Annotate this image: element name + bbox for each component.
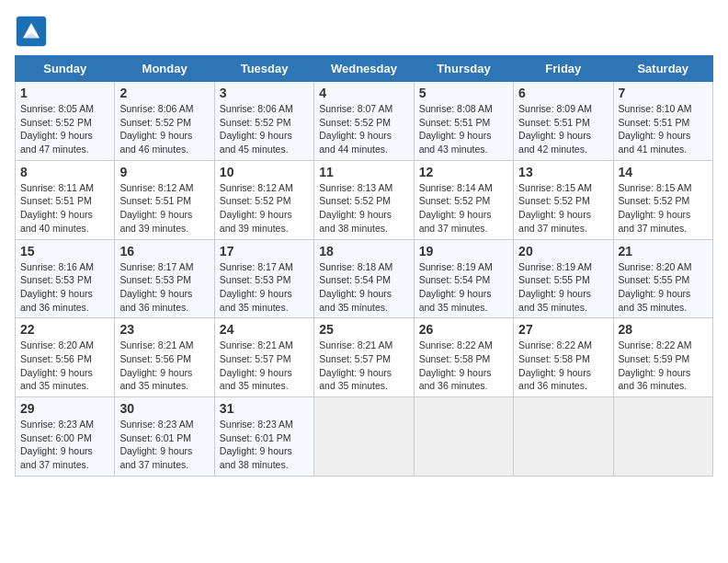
day-detail: Sunrise: 8:21 AMSunset: 5:57 PMDaylight:…	[220, 339, 293, 391]
day-detail: Sunrise: 8:21 AMSunset: 5:57 PMDaylight:…	[319, 339, 392, 391]
day-number: 26	[419, 322, 508, 337]
day-detail: Sunrise: 8:16 AMSunset: 5:53 PMDaylight:…	[20, 261, 94, 313]
day-number: 24	[220, 322, 309, 337]
day-number: 7	[619, 86, 708, 100]
day-number: 20	[518, 244, 608, 259]
day-number: 17	[220, 244, 309, 259]
calendar-cell	[514, 397, 613, 477]
day-detail: Sunrise: 8:20 AMSunset: 5:56 PMDaylight:…	[20, 339, 94, 391]
day-number: 25	[319, 322, 408, 337]
calendar-cell: 12 Sunrise: 8:14 AMSunset: 5:52 PMDaylig…	[414, 160, 513, 239]
calendar-cell: 24 Sunrise: 8:21 AMSunset: 5:57 PMDaylig…	[214, 318, 313, 397]
day-number: 1	[20, 86, 109, 100]
calendar-cell: 25 Sunrise: 8:21 AMSunset: 5:57 PMDaylig…	[314, 318, 414, 397]
day-number: 21	[619, 244, 708, 259]
day-number: 30	[119, 401, 209, 416]
day-number: 28	[619, 322, 708, 337]
calendar-cell: 16 Sunrise: 8:17 AMSunset: 5:53 PMDaylig…	[115, 239, 214, 318]
calendar-cell: 14 Sunrise: 8:15 AMSunset: 5:52 PMDaylig…	[613, 160, 712, 239]
day-detail: Sunrise: 8:23 AMSunset: 6:00 PMDaylight:…	[20, 419, 94, 470]
day-detail: Sunrise: 8:17 AMSunset: 5:53 PMDaylight:…	[220, 261, 293, 313]
day-number: 3	[220, 86, 309, 100]
calendar-cell: 20 Sunrise: 8:19 AMSunset: 5:55 PMDaylig…	[514, 239, 613, 318]
day-number: 22	[20, 322, 109, 337]
weekday-header-tuesday: Tuesday	[214, 56, 313, 82]
calendar-cell: 2 Sunrise: 8:06 AMSunset: 5:52 PMDayligh…	[115, 82, 214, 161]
calendar-cell: 13 Sunrise: 8:15 AMSunset: 5:52 PMDaylig…	[514, 160, 613, 239]
calendar-cell: 29 Sunrise: 8:23 AMSunset: 6:00 PMDaylig…	[16, 397, 115, 477]
day-detail: Sunrise: 8:23 AMSunset: 6:01 PMDaylight:…	[119, 419, 193, 470]
logo	[15, 15, 51, 48]
calendar-cell: 3 Sunrise: 8:06 AMSunset: 5:52 PMDayligh…	[214, 82, 313, 161]
calendar-cell: 8 Sunrise: 8:11 AMSunset: 5:51 PMDayligh…	[16, 160, 115, 239]
calendar-cell: 4 Sunrise: 8:07 AMSunset: 5:52 PMDayligh…	[314, 82, 414, 161]
day-detail: Sunrise: 8:06 AMSunset: 5:52 PMDaylight:…	[220, 103, 293, 155]
weekday-header-wednesday: Wednesday	[314, 56, 414, 82]
calendar-cell: 7 Sunrise: 8:10 AMSunset: 5:51 PMDayligh…	[613, 82, 712, 161]
weekday-header-monday: Monday	[115, 56, 214, 82]
day-detail: Sunrise: 8:15 AMSunset: 5:52 PMDaylight:…	[619, 182, 692, 234]
day-number: 11	[319, 165, 408, 179]
calendar-cell: 1 Sunrise: 8:05 AMSunset: 5:52 PMDayligh…	[16, 82, 115, 161]
day-detail: Sunrise: 8:18 AMSunset: 5:54 PMDaylight:…	[319, 261, 392, 313]
day-detail: Sunrise: 8:17 AMSunset: 5:53 PMDaylight:…	[119, 261, 193, 313]
calendar-cell: 6 Sunrise: 8:09 AMSunset: 5:51 PMDayligh…	[514, 82, 613, 161]
day-detail: Sunrise: 8:23 AMSunset: 6:01 PMDaylight:…	[220, 419, 293, 470]
day-number: 19	[419, 244, 508, 259]
day-detail: Sunrise: 8:10 AMSunset: 5:51 PMDaylight:…	[619, 103, 692, 155]
day-detail: Sunrise: 8:13 AMSunset: 5:52 PMDaylight:…	[319, 182, 392, 234]
day-number: 9	[119, 165, 209, 179]
day-detail: Sunrise: 8:06 AMSunset: 5:52 PMDaylight:…	[119, 103, 193, 155]
day-number: 13	[518, 165, 608, 179]
day-detail: Sunrise: 8:12 AMSunset: 5:51 PMDaylight:…	[119, 182, 193, 234]
day-detail: Sunrise: 8:20 AMSunset: 5:55 PMDaylight:…	[619, 261, 692, 313]
day-detail: Sunrise: 8:19 AMSunset: 5:54 PMDaylight:…	[419, 261, 493, 313]
header	[15, 15, 713, 48]
day-detail: Sunrise: 8:22 AMSunset: 5:58 PMDaylight:…	[419, 339, 493, 391]
day-number: 23	[119, 322, 209, 337]
calendar-cell: 31 Sunrise: 8:23 AMSunset: 6:01 PMDaylig…	[214, 397, 313, 477]
calendar-table: SundayMondayTuesdayWednesdayThursdayFrid…	[15, 55, 713, 477]
calendar-cell: 19 Sunrise: 8:19 AMSunset: 5:54 PMDaylig…	[414, 239, 513, 318]
calendar-cell: 10 Sunrise: 8:12 AMSunset: 5:52 PMDaylig…	[214, 160, 313, 239]
day-number: 14	[619, 165, 708, 179]
day-number: 6	[518, 86, 608, 100]
weekday-header-friday: Friday	[514, 56, 613, 82]
calendar-cell: 23 Sunrise: 8:21 AMSunset: 5:56 PMDaylig…	[115, 318, 214, 397]
day-detail: Sunrise: 8:09 AMSunset: 5:51 PMDaylight:…	[518, 103, 592, 155]
weekday-header-sunday: Sunday	[16, 56, 115, 82]
day-number: 8	[20, 165, 109, 179]
calendar-cell	[414, 397, 513, 477]
calendar-cell: 30 Sunrise: 8:23 AMSunset: 6:01 PMDaylig…	[115, 397, 214, 477]
weekday-header-saturday: Saturday	[613, 56, 712, 82]
day-number: 4	[319, 86, 408, 100]
calendar-cell: 11 Sunrise: 8:13 AMSunset: 5:52 PMDaylig…	[314, 160, 414, 239]
calendar-cell: 17 Sunrise: 8:17 AMSunset: 5:53 PMDaylig…	[214, 239, 313, 318]
day-detail: Sunrise: 8:14 AMSunset: 5:52 PMDaylight:…	[419, 182, 493, 234]
calendar-cell: 27 Sunrise: 8:22 AMSunset: 5:58 PMDaylig…	[514, 318, 613, 397]
day-detail: Sunrise: 8:15 AMSunset: 5:52 PMDaylight:…	[518, 182, 592, 234]
calendar-cell: 21 Sunrise: 8:20 AMSunset: 5:55 PMDaylig…	[613, 239, 712, 318]
calendar-cell: 18 Sunrise: 8:18 AMSunset: 5:54 PMDaylig…	[314, 239, 414, 318]
day-number: 16	[119, 244, 209, 259]
day-detail: Sunrise: 8:22 AMSunset: 5:58 PMDaylight:…	[518, 339, 592, 391]
day-detail: Sunrise: 8:11 AMSunset: 5:51 PMDaylight:…	[20, 182, 94, 234]
day-detail: Sunrise: 8:12 AMSunset: 5:52 PMDaylight:…	[220, 182, 293, 234]
day-number: 2	[119, 86, 209, 100]
day-detail: Sunrise: 8:08 AMSunset: 5:51 PMDaylight:…	[419, 103, 493, 155]
day-number: 18	[319, 244, 408, 259]
calendar-cell: 22 Sunrise: 8:20 AMSunset: 5:56 PMDaylig…	[16, 318, 115, 397]
day-number: 15	[20, 244, 109, 259]
calendar-cell	[314, 397, 414, 477]
day-detail: Sunrise: 8:07 AMSunset: 5:52 PMDaylight:…	[319, 103, 392, 155]
day-detail: Sunrise: 8:05 AMSunset: 5:52 PMDaylight:…	[20, 103, 94, 155]
calendar-cell: 5 Sunrise: 8:08 AMSunset: 5:51 PMDayligh…	[414, 82, 513, 161]
day-number: 10	[220, 165, 309, 179]
day-number: 5	[419, 86, 508, 100]
day-detail: Sunrise: 8:22 AMSunset: 5:59 PMDaylight:…	[619, 339, 692, 391]
day-number: 12	[419, 165, 508, 179]
logo-icon	[15, 15, 48, 48]
weekday-header-thursday: Thursday	[414, 56, 513, 82]
day-number: 27	[518, 322, 608, 337]
day-detail: Sunrise: 8:21 AMSunset: 5:56 PMDaylight:…	[119, 339, 193, 391]
